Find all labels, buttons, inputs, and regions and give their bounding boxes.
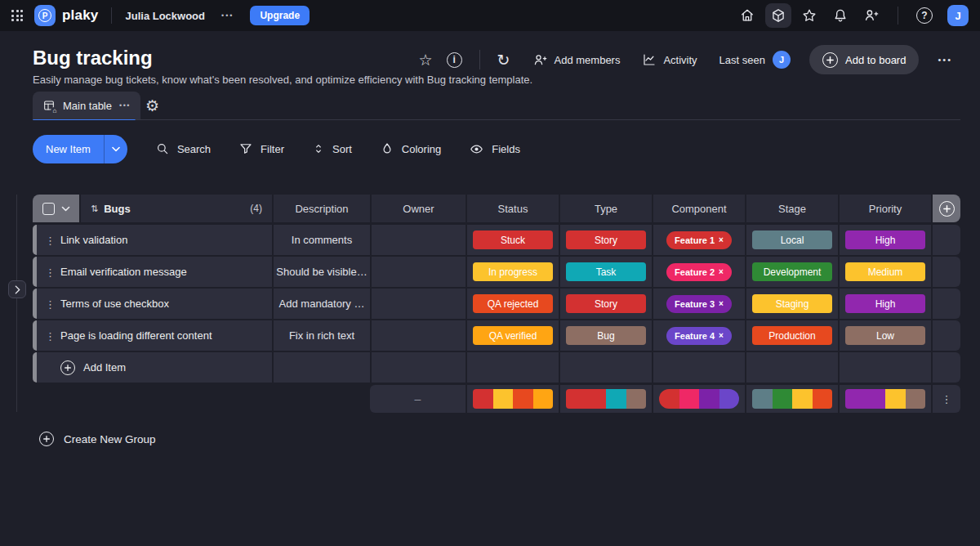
create-new-group-button[interactable]: Create New Group — [39, 432, 156, 446]
stage-chip[interactable]: Development — [752, 262, 832, 281]
status-chip[interactable]: Stuck — [473, 230, 553, 249]
stage-chip[interactable]: Local — [752, 230, 832, 249]
owner-cell[interactable] — [370, 320, 466, 351]
invite-member-icon[interactable] — [858, 3, 884, 28]
group-name[interactable]: Bugs — [104, 203, 131, 215]
boards-cube-icon[interactable] — [765, 3, 791, 28]
expand-panel-button[interactable] — [8, 280, 26, 298]
brand-name[interactable]: plaky — [62, 7, 98, 24]
priority-chip[interactable]: Medium — [845, 262, 925, 281]
type-chip[interactable]: Task — [566, 262, 646, 281]
board-info-icon[interactable]: i — [447, 52, 462, 68]
apps-grid-icon[interactable] — [11, 10, 23, 21]
workspace-menu-icon[interactable]: ••• — [221, 11, 234, 20]
remove-icon[interactable]: × — [719, 235, 724, 244]
owner-cell[interactable] — [370, 257, 466, 287]
type-chip[interactable]: Bug — [566, 326, 646, 345]
component-distribution-bar[interactable] — [659, 389, 739, 409]
stage-distribution-bar[interactable] — [752, 389, 832, 409]
search-button[interactable]: Search — [155, 141, 211, 156]
add-members-button[interactable]: Add members — [532, 52, 621, 68]
sort-button[interactable]: Sort — [312, 142, 352, 155]
type-chip[interactable]: Story — [566, 230, 646, 249]
user-avatar[interactable]: J — [947, 5, 969, 26]
stage-chip[interactable]: Production — [752, 326, 832, 345]
summary-menu-icon[interactable]: ⋮ — [931, 385, 960, 413]
help-icon[interactable]: ? — [911, 3, 938, 28]
tab-main-table[interactable]: ⌂ Main table ••• — [33, 92, 140, 119]
sync-icon[interactable]: ↻ — [497, 52, 510, 68]
column-header-type[interactable]: Type — [559, 195, 652, 222]
coloring-button[interactable]: Coloring — [380, 141, 441, 156]
priority-distribution-bar[interactable] — [845, 389, 925, 409]
type-distribution-bar[interactable] — [566, 389, 646, 409]
type-chip[interactable]: Story — [566, 294, 646, 313]
remove-icon[interactable]: × — [719, 267, 724, 276]
column-header-priority[interactable]: Priority — [838, 195, 931, 222]
remove-icon[interactable]: × — [719, 299, 724, 308]
favorites-star-icon[interactable] — [796, 3, 822, 28]
status-chip[interactable]: QA verified — [473, 326, 553, 345]
board-menu-icon[interactable]: ••• — [938, 55, 952, 65]
column-header-description[interactable]: Description — [272, 195, 370, 222]
new-item-dropdown-icon[interactable] — [105, 135, 127, 163]
sort-arrows-icon[interactable]: ⇅ — [91, 204, 98, 214]
owner-cell[interactable] — [370, 225, 466, 255]
owner-cell[interactable] — [370, 289, 466, 319]
column-header-stage[interactable]: Stage — [745, 195, 838, 222]
workspace-name[interactable]: Julia Lockwood — [125, 10, 205, 22]
views-settings-gear-icon[interactable]: ⚙ — [145, 96, 159, 115]
favorite-star-icon[interactable]: ☆ — [419, 52, 433, 68]
remove-icon[interactable]: × — [719, 331, 724, 340]
item-name-cell[interactable]: ⋮ Email verification message — [33, 257, 272, 287]
status-chip[interactable]: QA rejected — [473, 294, 553, 313]
description-cell[interactable]: Should be visible… — [272, 257, 370, 287]
select-all-cell[interactable] — [33, 195, 79, 222]
priority-chip[interactable]: High — [845, 230, 925, 249]
component-chip[interactable]: Feature 3 × — [666, 295, 732, 313]
add-column-button[interactable] — [931, 195, 960, 222]
stage-chip[interactable]: Staging — [752, 294, 832, 313]
group-name-header[interactable]: ⇅ Bugs (4) — [79, 195, 272, 222]
search-label: Search — [177, 143, 211, 155]
column-header-component[interactable]: Component — [652, 195, 745, 222]
priority-chip[interactable]: Low — [845, 326, 925, 345]
item-name-cell[interactable]: ⋮ Terms of use checkbox — [33, 289, 272, 319]
fields-button[interactable]: Fields — [469, 141, 520, 157]
tab-menu-icon[interactable]: ••• — [119, 101, 131, 110]
description-cell[interactable]: Fix in rich text — [272, 320, 370, 351]
drag-handle-icon[interactable]: ⋮ — [45, 266, 56, 278]
drag-handle-icon[interactable]: ⋮ — [45, 298, 56, 310]
column-header-owner[interactable]: Owner — [370, 195, 466, 222]
description-cell[interactable]: In comments — [272, 225, 370, 255]
add-item-cell[interactable]: Add Item — [33, 352, 272, 383]
item-name[interactable]: Terms of use checkbox — [60, 298, 169, 310]
notifications-bell-icon[interactable] — [827, 3, 853, 28]
description-cell[interactable]: Add mandatory … — [272, 289, 370, 319]
drag-handle-icon[interactable]: ⋮ — [45, 329, 56, 342]
plaky-logo-icon[interactable]: P — [34, 5, 56, 26]
select-all-checkbox[interactable] — [42, 203, 55, 215]
item-name-cell[interactable]: ⋮ Page is loading different content — [33, 320, 272, 351]
chevron-down-icon[interactable] — [61, 206, 70, 212]
drag-handle-icon[interactable]: ⋮ — [45, 234, 56, 246]
status-chip[interactable]: In progress — [473, 262, 553, 281]
add-item-row[interactable]: Add Item — [33, 352, 960, 383]
filter-button[interactable]: Filter — [238, 141, 284, 156]
last-seen-avatar[interactable]: J — [773, 51, 791, 69]
home-icon[interactable] — [734, 3, 760, 28]
new-item-button[interactable]: New Item — [33, 135, 127, 163]
component-chip[interactable]: Feature 2 × — [666, 263, 732, 281]
item-name-cell[interactable]: ⋮ Link validation — [33, 225, 272, 255]
component-chip[interactable]: Feature 1 × — [666, 231, 732, 249]
add-to-board-button[interactable]: Add to board — [809, 45, 919, 74]
priority-chip[interactable]: High — [845, 294, 925, 313]
item-name[interactable]: Email verification message — [60, 266, 187, 278]
status-distribution-bar[interactable] — [473, 389, 553, 409]
component-chip[interactable]: Feature 4 × — [666, 327, 732, 345]
column-header-status[interactable]: Status — [466, 195, 559, 222]
upgrade-button[interactable]: Upgrade — [250, 6, 310, 25]
item-name[interactable]: Page is loading different content — [60, 329, 212, 342]
activity-button[interactable]: Activity — [642, 52, 697, 67]
item-name[interactable]: Link validation — [60, 234, 127, 246]
